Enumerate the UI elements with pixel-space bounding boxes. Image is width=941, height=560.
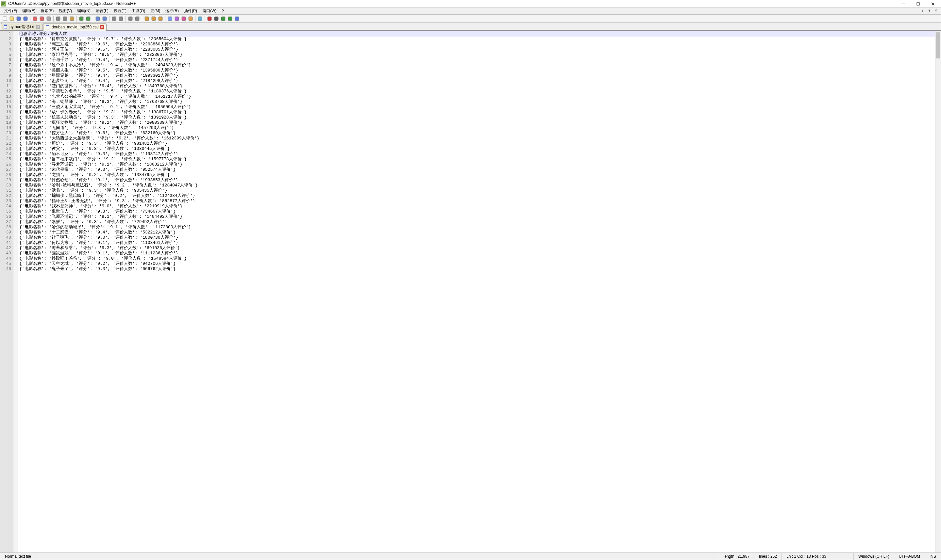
maximize-button[interactable]	[911, 0, 925, 8]
editor-line[interactable]: {'电影名称': '霸王别姬', '评分': '9.6', '评价人数': '2…	[19, 42, 935, 47]
editor-line[interactable]: {'电影名称': '疯狂动物城', '评分': '9.2', '评价人数': '…	[19, 120, 935, 125]
close-button[interactable]	[925, 0, 940, 8]
editor-line[interactable]: {'电影名称': '猫鼠游戏', '评分': '9.1', '评价人数': '1…	[19, 251, 935, 256]
open-file-icon[interactable]	[9, 15, 15, 22]
sync-v-icon[interactable]	[127, 15, 134, 22]
menu-item[interactable]: 语言(L)	[93, 8, 111, 14]
find-icon[interactable]	[94, 15, 101, 22]
close-all-icon[interactable]	[39, 15, 45, 22]
editor-line[interactable]: {'电影名称': '海蒂和爷爷', '评分': '9.3', '评价人数': '…	[19, 246, 935, 251]
indent-guide-icon[interactable]	[157, 15, 164, 22]
menu-item[interactable]: 窗口(W)	[200, 8, 219, 14]
editor-line[interactable]: {'电影名称': '楚门的世界', '评分': '9.4', '评价人数': '…	[19, 84, 935, 89]
editor-line[interactable]: {'电影名称': '何以为家', '评分': '9.1', '评价人数': '1…	[19, 240, 935, 246]
save-all-icon[interactable]	[22, 15, 29, 22]
editor-line[interactable]: {'电影名称': '鬼子来了', '评分': '9.3', '评价人数': '6…	[19, 266, 935, 272]
print-icon[interactable]	[45, 15, 52, 22]
redo-icon[interactable]	[85, 15, 91, 22]
editor-line[interactable]: {'电影名称': '盗梦空间', '评分': '9.4', '评价人数': '2…	[19, 78, 935, 84]
menu-item[interactable]: 文件(F)	[2, 8, 20, 14]
editor-line[interactable]: {'电影名称': '十二怒汉', '评分': '9.4', '评价人数': '5…	[19, 230, 935, 235]
allchars-icon[interactable]	[150, 15, 157, 22]
menu-item[interactable]: 搜索(S)	[38, 8, 56, 14]
editor-line[interactable]: {'电影名称': '让子弹飞', '评分': '9.0', '评价人数': '1…	[19, 235, 935, 240]
zoom-in-icon[interactable]	[111, 15, 117, 22]
editor-line[interactable]: {'电影名称': '哈尔的移动城堡', '评分': '9.1', '评价人数':…	[19, 225, 935, 230]
editor-line[interactable]: {'电影名称': '蝙蝠侠：黑暗骑士', '评分': '9.2', '评价人数'…	[19, 193, 935, 198]
editor-line[interactable]: {'电影名称': '三傻大闹宝莱坞', '评分': '9.2', '评价人数':…	[19, 105, 935, 110]
editor-line[interactable]: {'电影名称': '肖申克的救赎', '评分': '9.7', '评价人数': …	[19, 37, 935, 42]
stop-icon[interactable]	[213, 15, 220, 22]
replace-icon[interactable]	[101, 15, 108, 22]
undo-icon[interactable]	[78, 15, 85, 22]
editor-line[interactable]: {'电影名称': '教父', '评分': '9.3', '评价人数': '103…	[19, 146, 935, 152]
new-file-icon[interactable]	[2, 15, 8, 22]
wordwrap-icon[interactable]	[143, 15, 150, 22]
menu-item[interactable]: 工具(O)	[129, 8, 148, 14]
cut-icon[interactable]	[55, 15, 62, 22]
paste-icon[interactable]	[69, 15, 75, 22]
editor-line[interactable]: {'电影名称': '星际穿越', '评分': '9.4', '评价人数': '1…	[19, 73, 935, 78]
editor-line[interactable]: {'电影名称': '怦然心动', '评分': '9.1', '评价人数': '1…	[19, 178, 935, 183]
editor-line[interactable]: {'电影名称': '这个杀手不太冷', '评分': '9.4', '评价人数':…	[19, 63, 935, 68]
sync-h-icon[interactable]	[134, 15, 140, 22]
editor-line[interactable]: {'电影名称': '控方证人', '评分': '9.6', '评价人数': '6…	[19, 131, 935, 136]
editor-line[interactable]: {'电影名称': '触不可及', '评分': '9.3', '评价人数': '1…	[19, 152, 935, 157]
func-list-icon[interactable]	[180, 15, 187, 22]
editor-line[interactable]: 电影名称,评分,评价人数	[19, 31, 935, 37]
copy-icon[interactable]	[62, 15, 68, 22]
editor-line[interactable]: {'电影名称': '指环王3：王者无敌', '评分': '9.3', '评价人数…	[19, 198, 935, 204]
editor-line[interactable]: {'电影名称': '阿甘正传', '评分': '9.5', '评价人数': '2…	[19, 47, 935, 52]
editor-line[interactable]: {'电影名称': '无间道', '评分': '9.3', '评价人数': '14…	[19, 125, 935, 131]
play-icon[interactable]	[220, 15, 227, 22]
menu-item[interactable]: 插件(P)	[181, 8, 200, 14]
text-editor[interactable]: 电影名称,评分,评价人数{'电影名称': '肖申克的救赎', '评分': '9.…	[18, 31, 935, 552]
menu-item[interactable]: 视图(V)	[56, 8, 74, 14]
record-icon[interactable]	[206, 15, 213, 22]
editor-line[interactable]: {'电影名称': '泰坦尼克号', '评分': '9.5', '评价人数': '…	[19, 52, 935, 57]
menu-item[interactable]: 宏(M)	[148, 8, 163, 14]
save-macro-icon[interactable]	[234, 15, 240, 22]
editor-line[interactable]: {'电影名称': '飞屋环游记', '评分': '9.1', '评价人数': '…	[19, 214, 935, 219]
editor-line[interactable]: {'电影名称': '忠犬八公的故事', '评分': '9.4', '评价人数':…	[19, 94, 935, 99]
editor-line[interactable]: {'电影名称': '我不是药神', '评分': '9.0', '评价人数': '…	[19, 204, 935, 209]
plus-icon[interactable]: ＋	[921, 8, 924, 13]
editor-line[interactable]: {'电影名称': '机器人总动员', '评分': '9.3', '评价人数': …	[19, 115, 935, 120]
editor-line[interactable]: {'电影名称': '末代皇帝', '评分': '9.3', '评价人数': '9…	[19, 167, 935, 172]
editor-line[interactable]: {'电影名称': '辛德勒的名单', '评分': '9.5', '评价人数': …	[19, 89, 935, 94]
minimize-button[interactable]	[896, 0, 911, 8]
editor-line[interactable]: {'电影名称': '摔跤吧！爸爸', '评分': '9.0', '评价人数': …	[19, 256, 935, 261]
folder-icon[interactable]	[187, 15, 194, 22]
editor-line[interactable]: {'电影名称': '海上钢琴师', '评分': '9.3', '评价人数': '…	[19, 99, 935, 105]
editor-line[interactable]: {'电影名称': '放牛班的春天', '评分': '9.3', '评价人数': …	[19, 110, 935, 115]
play-multi-icon[interactable]	[227, 15, 233, 22]
editor-line[interactable]: {'电影名称': '乱世佳人', '评分': '9.3', '评价人数': '7…	[19, 209, 935, 214]
x-icon[interactable]: ✕	[935, 8, 937, 13]
lang-icon[interactable]	[167, 15, 173, 22]
save-icon[interactable]	[15, 15, 22, 22]
chevron-down-icon[interactable]: ▼	[928, 8, 931, 13]
doc-map-icon[interactable]	[174, 15, 180, 22]
zoom-out-icon[interactable]	[118, 15, 124, 22]
menu-item[interactable]: 运行(R)	[163, 8, 181, 14]
editor-line[interactable]: {'电影名称': '素媛', '评分': '9.3', '评价人数': '729…	[19, 219, 935, 225]
file-tab[interactable]: douban_movie_top250.csv✕	[43, 23, 106, 31]
file-tab[interactable]: python笔记.txt✕	[1, 23, 43, 30]
menu-item[interactable]: 设置(T)	[111, 8, 129, 14]
vertical-scrollbar[interactable]	[935, 31, 941, 552]
scrollbar-thumb[interactable]	[936, 32, 940, 58]
menu-item[interactable]: 编辑(E)	[20, 8, 38, 14]
editor-line[interactable]: {'电影名称': '千与千寻', '评分': '9.4', '评价人数': '2…	[19, 57, 935, 63]
editor-line[interactable]: {'电影名称': '寻梦环游记', '评分': '9.1', '评价人数': '…	[19, 162, 935, 167]
close-icon[interactable]	[32, 15, 38, 22]
editor-line[interactable]: {'电影名称': '龙猫', '评分': '9.2', '评价人数': '133…	[19, 172, 935, 178]
editor-line[interactable]: {'电影名称': '美丽人生', '评分': '9.5', '评价人数': '1…	[19, 68, 935, 73]
tab-close-icon[interactable]: ✕	[100, 25, 104, 29]
editor-line[interactable]: {'电影名称': '天空之城', '评分': '9.2', '评价人数': '9…	[19, 261, 935, 266]
editor-line[interactable]: {'电影名称': '哈利·波特与魔法石', '评分': '9.2', '评价人数…	[19, 183, 935, 188]
editor-line[interactable]: {'电影名称': '活着', '评分': '9.3', '评价人数': '905…	[19, 188, 935, 193]
editor-line[interactable]: {'电影名称': '当幸福来敲门', '评分': '9.2', '评价人数': …	[19, 157, 935, 162]
tab-close-icon[interactable]: ✕	[36, 25, 40, 29]
editor-line[interactable]: {'电影名称': '大话西游之大圣娶亲', '评分': '9.2', '评价人数…	[19, 136, 935, 141]
editor-line[interactable]: {'电影名称': '熔炉', '评分': '9.3', '评价人数': '981…	[19, 141, 935, 146]
